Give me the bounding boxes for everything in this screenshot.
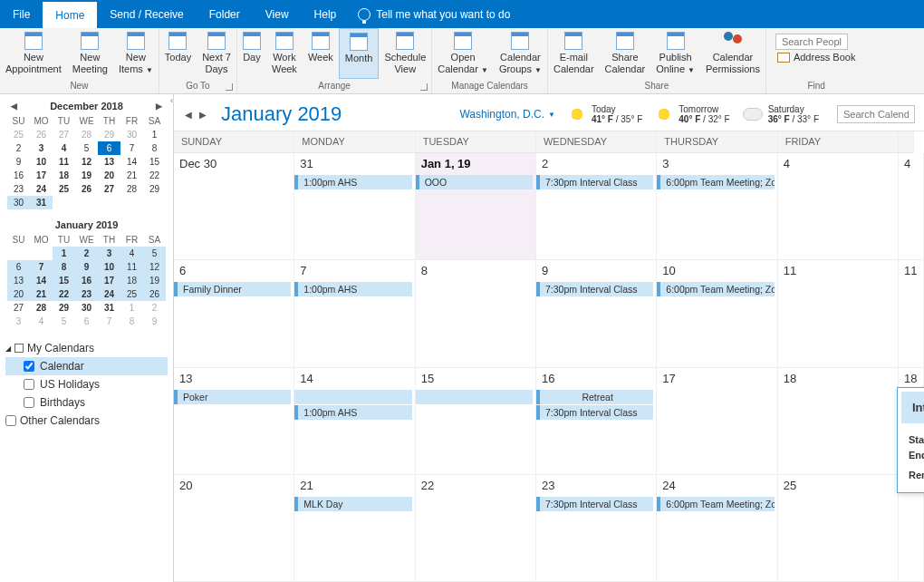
month-view-button[interactable]: Month xyxy=(339,28,380,79)
calendar-cell[interactable]: 141:00pm AHS xyxy=(294,368,415,475)
mini-calendar-day[interactable]: 8 xyxy=(120,315,143,328)
mini-calendar-day[interactable]: 27 xyxy=(53,128,75,141)
mini-calendar-day[interactable]: 7 xyxy=(30,260,53,274)
mini-calendar-day[interactable]: 20 xyxy=(7,287,30,301)
calendar-event[interactable]: 1:00pm AHS xyxy=(294,282,411,296)
mini-calendar-day[interactable]: 26 xyxy=(75,182,98,196)
mini-calendar-day[interactable]: 10 xyxy=(30,155,53,169)
collapse-sidebar-button[interactable]: ‹ xyxy=(168,94,175,107)
mini-calendar-day[interactable]: 12 xyxy=(143,260,166,274)
new-meeting-button[interactable]: New Meeting xyxy=(67,28,113,79)
mini-calendar-day[interactable]: 13 xyxy=(7,274,30,287)
calendar-cell[interactable]: 71:00pm AHS xyxy=(294,260,415,367)
calendar-cell[interactable]: 4 xyxy=(899,153,924,260)
mini-calendar-day[interactable]: 16 xyxy=(75,274,98,287)
calendar-cell[interactable]: 246:00pm Team Meeting; Zoom xyxy=(657,475,777,582)
calendar-cell[interactable]: 13Poker xyxy=(174,368,294,475)
mini-calendar-day[interactable]: 9 xyxy=(143,315,166,328)
calendar-list-item[interactable]: US Holidays xyxy=(5,375,168,393)
mini-calendar-day[interactable] xyxy=(30,247,53,260)
mini-calendar-day[interactable]: 8 xyxy=(53,260,75,274)
dialog-launcher-icon[interactable] xyxy=(420,83,428,91)
mini-calendar-day[interactable]: 29 xyxy=(53,301,75,315)
day-view-button[interactable]: Day xyxy=(237,28,266,79)
mini-calendar-day[interactable]: 26 xyxy=(143,287,166,301)
mini-calendar-day[interactable]: 25 xyxy=(53,182,75,196)
mini-calendar-day[interactable]: 21 xyxy=(30,287,53,301)
calendar-cell[interactable]: 97:30pm Interval Class xyxy=(536,260,657,367)
mini-calendar-day[interactable]: 3 xyxy=(7,315,30,328)
my-calendars-header[interactable]: ◢My Calendars xyxy=(5,339,168,357)
workweek-view-button[interactable]: Work Week xyxy=(266,28,303,79)
mini-calendar-day[interactable]: 24 xyxy=(30,182,53,196)
mini-calendar-day[interactable]: 27 xyxy=(7,301,30,315)
mini-calendar-day[interactable]: 16 xyxy=(7,169,30,182)
mini-calendar-day[interactable]: 9 xyxy=(7,155,30,169)
calendar-event[interactable]: 1:00pm AHS xyxy=(294,405,411,420)
today-button[interactable]: Today xyxy=(159,28,197,79)
share-calendar-button[interactable]: Share Calendar xyxy=(600,28,651,79)
new-items-button[interactable]: New Items ▼ xyxy=(113,28,159,79)
calendar-cell[interactable]: 22 xyxy=(416,475,536,582)
other-calendars-checkbox[interactable] xyxy=(5,415,16,426)
tell-me-search[interactable]: Tell me what you want to do xyxy=(349,0,510,28)
dialog-launcher-icon[interactable] xyxy=(226,83,233,91)
search-people-input[interactable] xyxy=(775,34,848,50)
tab-home[interactable]: Home xyxy=(43,0,97,28)
calendar-list-item[interactable]: Birthdays xyxy=(5,393,168,412)
weather-location[interactable]: Washington, D.C. ▼ xyxy=(459,108,555,121)
calendar-checkbox[interactable] xyxy=(24,379,34,390)
mini-calendar-day[interactable]: 6 xyxy=(98,141,120,155)
calendar-permissions-button[interactable]: Calendar Permissions xyxy=(700,28,765,79)
calendar-event[interactable]: MLK Day xyxy=(294,497,411,511)
mini-calendar-day[interactable]: 3 xyxy=(98,247,120,260)
tab-folder[interactable]: Folder xyxy=(197,0,253,28)
mini-calendar-grid[interactable]: SUMOTUWETHFRSA12345678910111213141516171… xyxy=(7,233,166,328)
mini-calendar-day[interactable]: 22 xyxy=(143,169,166,182)
calendar-groups-button[interactable]: Calendar Groups ▼ xyxy=(494,28,547,79)
prev-month-button[interactable]: ◀ xyxy=(7,100,21,112)
calendar-cell[interactable]: 8 xyxy=(416,260,536,367)
calendar-event[interactable]: 7:30pm Interval Class xyxy=(536,405,653,420)
other-calendars-header[interactable]: Other Calendars xyxy=(5,412,168,430)
mini-calendar-day[interactable]: 19 xyxy=(75,169,98,182)
mini-calendar-day[interactable]: 21 xyxy=(120,169,143,182)
mini-calendar-day[interactable]: 28 xyxy=(75,128,98,141)
calendar-event[interactable]: 6:00pm Team Meeting; Zoom xyxy=(657,282,774,296)
calendar-cell[interactable]: 16Retreat7:30pm Interval Class xyxy=(536,368,657,475)
month-grid[interactable]: SUNDAYMONDAYTUESDAYWEDNESDAYTHURSDAYFRID… xyxy=(174,131,924,582)
calendar-cell[interactable]: 21MLK Day xyxy=(294,475,415,582)
mini-calendar-day[interactable]: 10 xyxy=(98,260,120,274)
calendar-event[interactable]: OOO xyxy=(416,175,533,189)
mini-calendar-day[interactable]: 11 xyxy=(53,155,75,169)
mini-calendar-day[interactable]: 17 xyxy=(30,169,53,182)
mini-calendar-day[interactable]: 13 xyxy=(98,155,120,169)
mini-calendar-day[interactable] xyxy=(7,247,30,260)
mini-calendar-day[interactable]: 1 xyxy=(53,247,75,260)
mini-calendar-day[interactable]: 12 xyxy=(75,155,98,169)
tab-view[interactable]: View xyxy=(253,0,302,28)
calendar-cell[interactable]: 17 xyxy=(657,368,777,475)
next7days-button[interactable]: Next 7 Days xyxy=(197,28,236,79)
mini-calendar-day[interactable]: 4 xyxy=(120,247,143,260)
calendar-list-item[interactable]: Calendar xyxy=(5,357,168,375)
tab-send-receive[interactable]: Send / Receive xyxy=(97,0,196,28)
calendar-event[interactable]: 7:30pm Interval Class xyxy=(536,175,653,189)
mini-calendar-day[interactable]: 18 xyxy=(120,274,143,287)
mini-calendar-day[interactable]: 2 xyxy=(7,141,30,155)
mini-calendar-day[interactable]: 2 xyxy=(143,301,166,315)
mini-calendar-day[interactable]: 7 xyxy=(98,315,120,328)
mini-calendar-day[interactable]: 14 xyxy=(120,155,143,169)
mini-calendar-day[interactable]: 26 xyxy=(30,128,53,141)
mini-calendar-day[interactable]: 15 xyxy=(143,155,166,169)
calendar-cell[interactable]: 15 xyxy=(416,368,536,475)
mini-calendar-day[interactable]: 4 xyxy=(53,141,75,155)
mini-calendar-day[interactable]: 4 xyxy=(30,315,53,328)
calendar-cell[interactable]: 4 xyxy=(778,153,899,260)
mini-calendar-day[interactable]: 11 xyxy=(120,260,143,274)
mini-calendar-day[interactable]: 22 xyxy=(53,287,75,301)
week-view-button[interactable]: Week xyxy=(303,28,339,79)
publish-online-button[interactable]: Publish Online ▼ xyxy=(650,28,700,79)
email-calendar-button[interactable]: E-mail Calendar xyxy=(548,28,600,79)
calendar-event[interactable]: 7:30pm Interval Class xyxy=(536,497,653,511)
